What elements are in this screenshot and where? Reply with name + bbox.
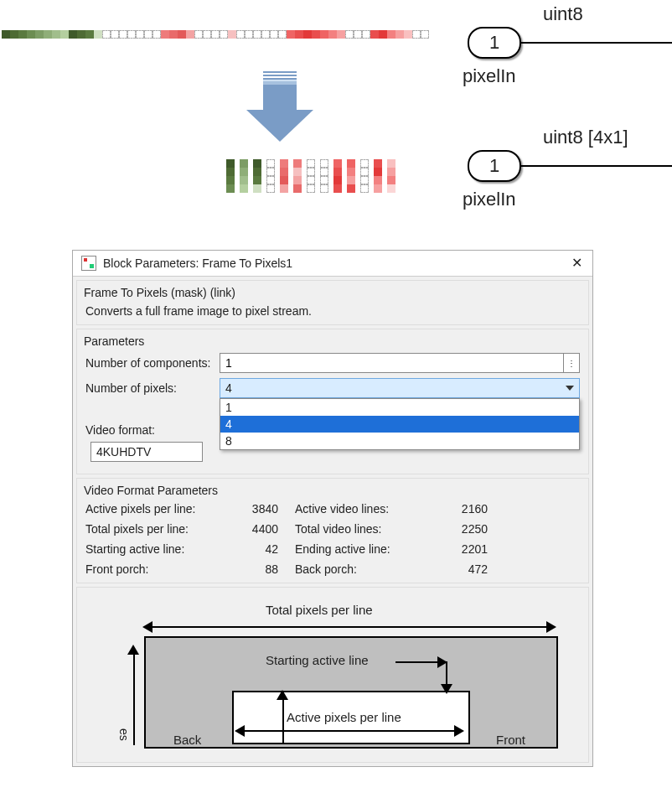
illustration-area: 1 uint8 pixelIn 1 uint8 [4x1] pixelIn: [0, 0, 672, 218]
signal-type-label: uint8 [4x1]: [543, 127, 628, 148]
signal-wire: [521, 42, 672, 44]
port-number: 1: [468, 27, 521, 59]
inport-block-upper: 1 uint8: [468, 27, 672, 59]
port-number: 1: [468, 150, 521, 182]
port-name-label: pixelIn: [463, 65, 516, 87]
signal-wire: [521, 165, 672, 167]
pixel-vector-grid: [226, 159, 395, 193]
port-name-label: pixelIn: [463, 189, 516, 210]
down-arrow-icon: [246, 71, 313, 142]
signal-type-label: uint8: [543, 3, 583, 25]
pixel-stream-row: [2, 30, 429, 39]
inport-block-lower: 1 uint8 [4x1]: [468, 150, 672, 182]
